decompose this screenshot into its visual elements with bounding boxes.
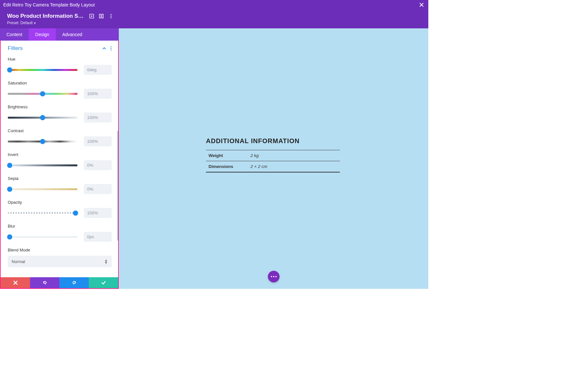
panel-more-icon[interactable] [110, 46, 112, 51]
svg-point-7 [111, 46, 112, 47]
cancel-button[interactable] [1, 277, 30, 288]
attr-label: Weight [206, 150, 248, 161]
settings-sidebar: Filters Hue 0deg [0, 41, 119, 289]
svg-rect-3 [102, 14, 104, 18]
hue-value-input[interactable]: 0deg [84, 65, 112, 75]
fab-more-button[interactable] [268, 271, 280, 282]
contrast-value-input[interactable]: 100% [84, 136, 112, 146]
preset-label: Preset: Default [7, 21, 33, 25]
svg-point-4 [110, 14, 111, 15]
chevron-down-icon: ▼ [33, 22, 36, 25]
module-title: Woo Product Information S… [7, 13, 85, 19]
saturation-slider[interactable] [8, 93, 77, 95]
invert-slider[interactable] [8, 164, 77, 166]
opacity-control: Opacity 100% [8, 200, 112, 218]
undo-button[interactable] [30, 277, 59, 288]
scrollbar[interactable] [117, 131, 118, 240]
blend-mode-label: Blend Mode [8, 248, 112, 252]
hue-label: Hue [8, 57, 112, 62]
footer-actions [1, 277, 118, 288]
svg-point-6 [110, 17, 111, 18]
brightness-label: Brightness [8, 104, 112, 109]
svg-point-9 [111, 50, 112, 51]
brightness-slider[interactable] [8, 117, 77, 119]
saturation-value-input[interactable]: 100% [84, 89, 112, 99]
tabs: Content Design Advanced [0, 28, 119, 41]
saturation-control: Saturation 100% [8, 81, 112, 99]
blend-mode-value: Normal [12, 259, 25, 264]
svg-point-8 [111, 48, 112, 49]
invert-value-input[interactable]: 0% [84, 160, 112, 170]
contrast-label: Contrast [8, 128, 112, 133]
svg-rect-2 [99, 14, 101, 18]
table-row: Dimensions 2 × 2 cm [206, 161, 340, 172]
module-header: Woo Product Information S… Preset: Defau… [0, 10, 119, 28]
opacity-slider[interactable] [8, 212, 77, 214]
attr-label: Dimensions [206, 161, 248, 172]
sepia-slider[interactable] [8, 188, 77, 190]
blur-value-input[interactable]: 0px [84, 232, 112, 242]
svg-point-5 [110, 15, 111, 16]
tab-advanced[interactable]: Advanced [56, 28, 89, 41]
ellipsis-icon [271, 276, 277, 277]
preset-selector[interactable]: Preset: Default▼ [7, 21, 114, 25]
close-icon[interactable] [418, 3, 425, 7]
opacity-value-input[interactable]: 100% [84, 208, 112, 218]
saturation-label: Saturation [8, 81, 112, 85]
table-row: Weight 2 kg [206, 150, 340, 161]
blur-label: Blur [8, 224, 112, 229]
sepia-label: Sepia [8, 176, 112, 181]
save-button[interactable] [89, 277, 118, 288]
product-attributes-table: Weight 2 kg Dimensions 2 × 2 cm [206, 150, 340, 172]
more-options-icon[interactable] [108, 13, 114, 19]
blend-mode-control: Blend Mode Normal ▲▼ [8, 248, 112, 267]
product-info-block: ADDITIONAL INFORMATION Weight 2 kg Dimen… [206, 137, 340, 172]
invert-control: Invert 0% [8, 152, 112, 170]
blur-slider[interactable] [8, 236, 77, 238]
hue-slider[interactable] [8, 69, 77, 71]
opacity-label: Opacity [8, 200, 112, 205]
panel-title[interactable]: Filters [8, 45, 98, 52]
window-title: Edit Retro Toy Camera Template Body Layo… [3, 2, 418, 7]
tab-design[interactable]: Design [29, 28, 56, 41]
preview-canvas: ADDITIONAL INFORMATION Weight 2 kg Dimen… [119, 41, 428, 289]
blend-mode-select[interactable]: Normal ▲▼ [8, 256, 112, 267]
sepia-value-input[interactable]: 0% [84, 184, 112, 194]
window-titlebar: Edit Retro Toy Camera Template Body Layo… [0, 0, 428, 10]
brightness-value-input[interactable]: 100% [84, 113, 112, 122]
expand-icon[interactable] [88, 13, 95, 19]
contrast-slider[interactable] [8, 141, 77, 142]
svg-point-1 [91, 15, 92, 17]
tab-content[interactable]: Content [0, 28, 29, 41]
updown-icon: ▲▼ [104, 259, 108, 264]
hue-control: Hue 0deg [8, 57, 112, 75]
attr-value: 2 kg [248, 150, 340, 161]
brightness-control: Brightness 100% [8, 104, 112, 122]
contrast-control: Contrast 100% [8, 128, 112, 146]
attr-value: 2 × 2 cm [248, 161, 340, 172]
additional-info-heading: ADDITIONAL INFORMATION [206, 137, 340, 145]
invert-label: Invert [8, 152, 112, 157]
blur-control: Blur 0px [8, 224, 112, 242]
collapse-icon[interactable] [102, 46, 107, 51]
redo-button[interactable] [59, 277, 89, 288]
sepia-control: Sepia 0% [8, 176, 112, 194]
drag-handle-icon[interactable] [98, 13, 105, 19]
